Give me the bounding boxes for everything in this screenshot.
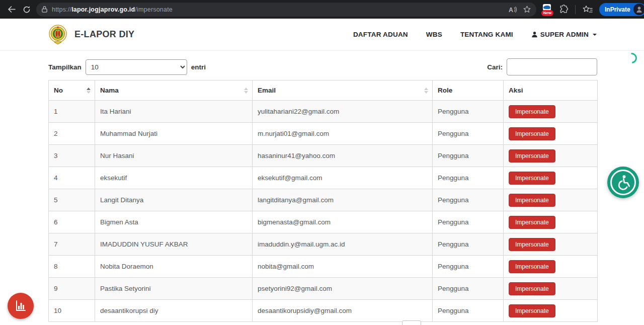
cell-role: Pengguna [433,167,504,189]
favorite-star-icon[interactable] [523,5,531,14]
back-icon [8,5,16,14]
favorites-bar-icon[interactable] [582,5,593,14]
accessibility-widget-button[interactable] [607,167,639,198]
impersonate-button[interactable]: Impersonate [509,127,555,140]
cell-nama: eksekutif [95,167,253,189]
impersonate-button[interactable]: Impersonate [509,282,555,295]
statistics-widget-button[interactable] [8,293,34,319]
nav-daftar-aduan[interactable]: DAFTAR ADUAN [353,31,408,38]
cell-email: langitditanya@gmail.com [253,189,433,211]
header-aksi[interactable]: Aksi [504,80,598,101]
cell-aksi: Impersonate [504,145,598,167]
cell-nama: Ita Hariani [95,101,253,123]
impersonate-button[interactable]: Impersonate [509,260,555,273]
brand[interactable]: E-LAPOR DIY [48,24,134,45]
loading-spinner [624,51,639,66]
header-email[interactable]: Email [253,80,433,101]
sort-icon [87,88,91,94]
cell-nama: Pastika Setyorini [95,278,253,300]
cell-nama: Muhammad Nurjati [95,123,253,145]
sort-icon [244,88,248,94]
cell-aksi: Impersonate [504,189,598,211]
cell-no: 6 [49,211,95,233]
extensions-puzzle-icon[interactable] [559,5,569,14]
site-header: E-LAPOR DIY DAFTAR ADUAN WBS TENTANG KAM… [0,19,644,51]
chevron-down-icon [593,34,597,36]
url-text: https://lapor.jogjaprov.go.id/impersonat… [52,6,508,13]
table-row: 7 IMADUDDIN YUSUF AKBAR imaduddin.y@mail… [49,233,598,256]
table-controls: Tampilkan 10 entri Cari: [48,58,597,76]
bar-chart-icon [14,299,27,312]
cell-no: 4 [49,167,95,189]
cell-no: 1 [49,101,95,123]
header-nama[interactable]: Nama [95,80,253,101]
header-no[interactable]: No [49,80,95,101]
cell-aksi: Impersonate [504,233,598,256]
cell-email: eksekutif@gmail.com [253,167,433,189]
search-label: Cari: [487,63,503,71]
impersonate-button[interactable]: Impersonate [509,172,555,185]
cell-no: 10 [49,300,95,322]
table-row: 1 Ita Hariani yulitahariani22@gmail.com … [49,101,598,123]
table-row: 8 Nobita Doraemon nobita@gmail.com Pengg… [49,256,598,278]
jogja-emblem-logo [48,24,67,45]
impersonate-button[interactable]: Impersonate [509,149,555,162]
cell-email: nobita@gmail.com [253,256,433,278]
cell-role: Pengguna [433,300,504,322]
cell-email: yulitahariani22@gmail.com [253,101,433,123]
cell-role: Pengguna [433,256,504,278]
cell-no: 2 [49,123,95,145]
entries-select[interactable]: 10 [86,59,187,75]
user-menu-super-admin[interactable]: SUPER ADMIN [531,31,597,38]
impersonate-button[interactable]: Impersonate [509,105,555,118]
impersonate-page: Tampilkan 10 entri Cari: No Nama Email R… [0,51,644,322]
cell-email: bigmenasta@gmail.com [253,211,433,233]
cell-nama: Nobita Doraemon [95,256,253,278]
cell-email: desaantikorupsidiy@gmail.com [253,300,433,322]
header-role[interactable]: Role [433,80,504,101]
inprivate-badge[interactable]: InPrivate [599,3,644,16]
table-row: 9 Pastika Setyorini psetyorini92@gmail.c… [49,278,598,300]
wheelchair-icon [616,175,631,191]
extension-new-icon[interactable]: New [541,4,552,15]
nav-wbs[interactable]: WBS [426,31,442,38]
cell-role: Pengguna [433,211,504,233]
refresh-icon [23,6,31,14]
cell-no: 7 [49,233,95,256]
impersonate-button[interactable]: Impersonate [509,304,555,317]
back-button[interactable] [4,2,19,17]
cell-aksi: Impersonate [504,167,598,189]
pagination-button-partial[interactable] [402,320,421,325]
main-nav: DAFTAR ADUAN WBS TENTANG KAMI SUPER ADMI… [353,31,597,38]
address-bar[interactable]: https://lapor.jogjaprov.go.id/impersonat… [36,3,536,17]
table-row: 5 Langit Ditanya langitditanya@gmail.com… [49,189,598,211]
refresh-button[interactable] [19,2,34,17]
cell-nama: Bigmen Asta [95,211,253,233]
table-header-row: No Nama Email Role Aksi [49,80,598,101]
search-input[interactable] [507,58,597,75]
cell-aksi: Impersonate [504,256,598,278]
cell-role: Pengguna [433,189,504,211]
table-row: 10 desaantikorupsi diy desaantikorupsidi… [49,300,598,322]
new-badge: New [541,10,553,16]
nav-tentang-kami[interactable]: TENTANG KAMI [460,31,513,38]
cell-email: m.nurjati01@gmail.com [253,123,433,145]
impersonate-button[interactable]: Impersonate [509,238,555,251]
toolbar-divider [575,5,576,14]
table-row: 4 eksekutif eksekutif@gmail.com Pengguna… [49,167,598,189]
sort-icon [424,88,428,94]
svg-text:A: A [509,6,513,13]
cell-role: Pengguna [433,145,504,167]
cell-role: Pengguna [433,101,504,123]
cell-nama: IMADUDDIN YUSUF AKBAR [95,233,253,256]
cell-aksi: Impersonate [504,278,598,300]
cell-aksi: Impersonate [504,123,598,145]
entries-suffix-label: entri [191,63,206,71]
lock-icon [41,6,48,13]
read-aloud-icon[interactable]: A [508,6,518,14]
profile-avatar [633,4,644,15]
cell-nama: Langit Ditanya [95,189,253,211]
impersonate-button[interactable]: Impersonate [509,194,555,207]
impersonate-button[interactable]: Impersonate [509,216,555,229]
cell-no: 3 [49,145,95,167]
